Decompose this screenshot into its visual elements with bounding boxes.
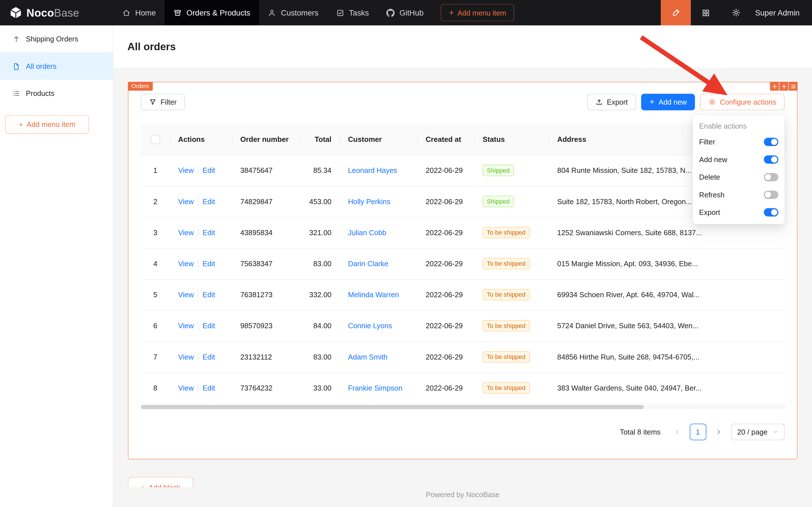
customer-link[interactable]: Darin Clarke xyxy=(348,260,388,268)
next-page-button[interactable] xyxy=(710,424,727,440)
top-navbar: NocoBase HomeOrders & ProductsCustomersT… xyxy=(0,0,812,25)
block-corner-add-icon[interactable] xyxy=(779,82,788,91)
export-button[interactable]: Export xyxy=(587,94,636,110)
edit-link[interactable]: Edit xyxy=(202,353,215,361)
view-link[interactable]: View xyxy=(178,322,194,330)
scrollbar-thumb[interactable] xyxy=(141,405,644,409)
actions-cell: ViewEdit xyxy=(170,279,232,310)
ui-editor-button[interactable] xyxy=(661,0,691,25)
export-upload-icon xyxy=(595,98,603,106)
customer-link[interactable]: Holly Perkins xyxy=(348,198,390,206)
table-row: 1ViewEdit3847564785.34Leonard Hayes2022-… xyxy=(141,155,786,186)
column-header-actions: Actions xyxy=(170,124,232,155)
status-badge: To be shipped xyxy=(483,258,530,269)
row-index-cell: 2 xyxy=(141,186,170,217)
enable-action-export[interactable]: Export xyxy=(693,204,785,221)
status-cell: Shipped xyxy=(474,186,549,217)
block-designer-toolbar xyxy=(770,82,797,91)
sidebar-add-menu-item-button[interactable]: + Add menu item xyxy=(5,115,89,134)
view-link[interactable]: View xyxy=(178,198,194,206)
order-number-cell: 73764232 xyxy=(232,373,300,403)
created-at-cell: 2022-06-29 xyxy=(417,155,474,186)
select-all-checkbox[interactable] xyxy=(151,134,160,144)
configure-actions-button[interactable]: Configure actions xyxy=(700,94,785,110)
toggle-switch[interactable] xyxy=(764,173,778,181)
sidebar-item-products[interactable]: Products xyxy=(0,80,113,107)
status-cell: To be shipped xyxy=(474,248,549,279)
enable-actions-dropdown: Enable actions FilterAdd newDeleteRefres… xyxy=(693,116,785,224)
filter-button-label: Filter xyxy=(161,98,176,106)
enable-action-add-new[interactable]: Add new xyxy=(693,151,785,168)
nocobase-logo: NocoBase xyxy=(0,0,113,25)
powered-by-footer: Powered by NocoBase xyxy=(128,490,798,498)
status-badge: To be shipped xyxy=(483,382,530,394)
list-icon xyxy=(12,90,20,97)
toggle-switch[interactable] xyxy=(764,138,778,146)
edit-link[interactable]: Edit xyxy=(202,166,215,175)
view-link[interactable]: View xyxy=(178,384,194,392)
view-link[interactable]: View xyxy=(178,166,194,175)
main-content: Orders Filter Export xyxy=(113,68,812,507)
sidebar-item-shipping-orders[interactable]: Shipping Orders xyxy=(0,25,113,53)
prev-page-button[interactable] xyxy=(669,424,685,440)
export-button-label: Export xyxy=(607,98,628,106)
nav-item-orders-products[interactable]: Orders & Products xyxy=(165,0,259,25)
block-corner-add-icon[interactable] xyxy=(770,82,779,91)
enable-action-refresh[interactable]: Refresh xyxy=(693,186,785,203)
edit-link[interactable]: Edit xyxy=(202,290,215,299)
filter-button[interactable]: Filter xyxy=(141,94,185,110)
edit-link[interactable]: Edit xyxy=(202,384,215,392)
enable-action-delete[interactable]: Delete xyxy=(693,168,785,186)
orders-table: ActionsOrder numberTotalCustomerCreated … xyxy=(141,124,786,404)
total-cell: 453.00 xyxy=(300,186,340,217)
view-link[interactable]: View xyxy=(178,353,194,361)
plugin-manager-button[interactable] xyxy=(691,0,721,25)
chevron-left-icon xyxy=(674,429,680,435)
nav-item-home[interactable]: Home xyxy=(113,0,165,25)
toggle-switch[interactable] xyxy=(764,155,778,164)
customer-cell: Connie Lyons xyxy=(340,310,417,341)
customer-link[interactable]: Leonard Hayes xyxy=(348,166,397,175)
customer-link[interactable]: Connie Lyons xyxy=(348,322,392,330)
order-number-cell: 76381273 xyxy=(232,279,300,310)
row-index-cell: 1 xyxy=(141,155,170,186)
edit-link[interactable]: Edit xyxy=(202,228,215,237)
horizontal-scrollbar xyxy=(141,405,786,409)
enable-action-filter[interactable]: Filter xyxy=(693,133,785,151)
navbar-add-menu-item-button[interactable]: + Add menu item xyxy=(441,4,515,21)
total-cell: 85.34 xyxy=(300,155,340,186)
settings-gear-button[interactable] xyxy=(721,0,751,25)
customer-link[interactable]: Julian Cobb xyxy=(348,228,386,237)
orders-table-block: Orders Filter Export xyxy=(128,82,798,459)
toggle-switch[interactable] xyxy=(764,208,778,216)
page-number-1[interactable]: 1 xyxy=(690,424,706,440)
nav-item-customers[interactable]: Customers xyxy=(259,0,327,25)
sidebar-item-all-orders[interactable]: All orders xyxy=(0,53,113,80)
customer-link[interactable]: Frankie Simpson xyxy=(348,384,402,392)
total-cell: 84.00 xyxy=(300,310,340,341)
actions-cell: ViewEdit xyxy=(170,217,232,248)
toggle-switch[interactable] xyxy=(764,190,778,199)
add-block-button[interactable]: + Add block xyxy=(128,477,193,487)
edit-link[interactable]: Edit xyxy=(202,322,215,330)
nav-item-tasks[interactable]: Tasks xyxy=(327,0,378,25)
customer-link[interactable]: Adam Smith xyxy=(348,353,387,361)
edit-link[interactable]: Edit xyxy=(202,260,215,268)
view-link[interactable]: View xyxy=(178,228,194,237)
file-icon xyxy=(12,62,20,70)
row-index-cell: 5 xyxy=(141,279,170,310)
block-corner-menu-icon[interactable] xyxy=(789,82,797,91)
total-cell: 33.00 xyxy=(300,373,340,403)
page-size-select[interactable]: 20 / page xyxy=(731,424,785,440)
customer-link[interactable]: Melinda Warren xyxy=(348,290,399,299)
nav-item-github[interactable]: GitHub xyxy=(378,0,432,25)
view-link[interactable]: View xyxy=(178,290,194,299)
status-badge: To be shipped xyxy=(483,320,530,331)
edit-link[interactable]: Edit xyxy=(202,198,215,206)
user-menu[interactable]: Super Admin xyxy=(751,0,812,25)
view-link[interactable]: View xyxy=(178,260,194,268)
nav-items: HomeOrders & ProductsCustomersTasksGitHu… xyxy=(113,0,432,25)
page-title: All orders xyxy=(127,41,176,52)
address-cell: 015 Margie Mission, Apt. 093, 34936, Ebe… xyxy=(549,248,786,279)
add-new-button[interactable]: + Add new xyxy=(641,94,695,110)
